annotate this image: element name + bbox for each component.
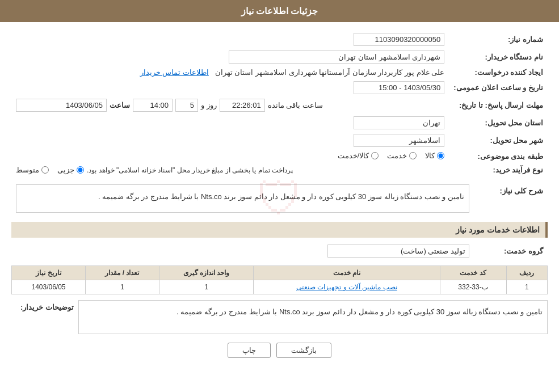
need-description-table: شرح کلی نیاز: تامین و نصب دستگاه زباله س… <box>11 182 548 215</box>
need-description-area: 🛡 شرح کلی نیاز: تامین و نصب دستگاه زباله… <box>11 182 548 216</box>
buyer-description-row: توضیحات خریدار: تامین و نصب دستگاه زباله… <box>11 300 548 334</box>
city-input: اسلامشهر <box>354 134 444 147</box>
purchase-medium-text: متوسط <box>16 166 39 174</box>
deadline-time-label: ساعت <box>110 101 130 109</box>
category-option-khedmat[interactable]: خدمت <box>387 151 417 160</box>
row-date: 1403/06/05 <box>12 280 86 294</box>
need-description-row: شرح کلی نیاز: تامین و نصب دستگاه زباله س… <box>11 182 548 215</box>
print-button[interactable]: چاپ <box>228 343 271 358</box>
category-option-kala-khedmat[interactable]: کالا/خدمت <box>338 151 379 160</box>
need-number-value: 1103090320000050 <box>11 31 449 48</box>
deadline-remaining-label: ساعت باقی مانده <box>268 101 323 109</box>
deadline-days-input: 5 <box>175 99 198 112</box>
services-table-body: 1 ب-33-332 نصب ماشین آلات و تجهیزات صنعت… <box>12 280 548 294</box>
creator-text: علی غلام پور کاربردار سازمان آرامستانها … <box>215 68 445 77</box>
announce-date-value: 1403/05/30 - 15:00 <box>11 79 449 96</box>
buyer-org-label: نام دستگاه خریدار: <box>449 48 548 66</box>
province-value: تهران <box>11 114 449 132</box>
col-count: تعداد / مقدار <box>86 266 159 280</box>
category-options: کالا/خدمت خدمت کالا <box>11 149 449 163</box>
province-input: تهران <box>354 116 444 129</box>
category-radio-khedmat[interactable] <box>409 152 417 159</box>
service-name-link[interactable]: نصب ماشین آلات و تجهیزات صنعتی <box>296 283 397 291</box>
services-table-header: ردیف کد خدمت نام خدمت واحد اندازه گیری ت… <box>12 266 548 280</box>
announce-date-label: تاریخ و ساعت اعلان عمومی: <box>449 79 548 96</box>
buyer-description-box: تامین و نصب دستگاه زباله سوز 30 کیلویی ک… <box>78 300 548 334</box>
back-button[interactable]: بازگشت <box>276 343 331 358</box>
info-table: شماره نیاز: 1103090320000050 نام دستگاه … <box>11 31 548 176</box>
row-service-name: نصب ماشین آلات و تجهیزات صنعتی <box>254 280 440 294</box>
buyer-description-text: تامین و نصب دستگاه زباله سوز 30 کیلویی ک… <box>176 307 543 316</box>
buyer-org-row: نام دستگاه خریدار: شهرداری اسلامشهر استا… <box>11 48 548 66</box>
category-kala-khedmat-text: کالا/خدمت <box>338 151 369 160</box>
col-name: نام خدمت <box>254 266 440 280</box>
service-group-row: گروه خدمت: تولید صنعتی (ساخت) <box>11 242 548 260</box>
table-row: 1 ب-33-332 نصب ماشین آلات و تجهیزات صنعت… <box>12 280 548 294</box>
services-data-table: ردیف کد خدمت نام خدمت واحد اندازه گیری ت… <box>11 265 548 294</box>
category-option-kala[interactable]: کالا <box>425 151 444 160</box>
province-label: استان محل تحویل: <box>449 114 548 132</box>
col-code: کد خدمت <box>440 266 506 280</box>
deadline-days-label: روز و <box>201 101 217 109</box>
service-group-value: تولید صنعتی (ساخت) <box>11 242 474 260</box>
deadline-inline: 1403/06/05 ساعت 14:00 5 روز و 22:26:01 س… <box>16 99 444 112</box>
category-radio-kala-khedmat[interactable] <box>371 152 379 159</box>
buyer-description-label: توضیحات خریدار: <box>11 300 74 311</box>
purchase-type-options: متوسط جزیی پرداخت تمام یا بخشی از مبلغ خ… <box>11 163 449 176</box>
purchase-type-row: نوع فرآیند خرید: متوسط جزیی <box>11 163 548 176</box>
purchase-radio-partial[interactable] <box>77 166 84 174</box>
category-radio-kala[interactable] <box>437 152 444 159</box>
page-title: جزئیات اطلاعات نیاز <box>241 6 318 16</box>
need-number-label: شماره نیاز: <box>449 31 548 48</box>
category-khedmat-text: خدمت <box>387 151 407 160</box>
need-number-row: شماره نیاز: 1103090320000050 <box>11 31 548 48</box>
deadline-label: مهلت ارسال پاسخ: تا تاریخ: <box>449 96 548 114</box>
city-label: شهر محل تحویل: <box>449 132 548 149</box>
creator-contact-link[interactable]: اطلاعات تماس خریدار <box>140 68 209 77</box>
row-number: 1 <box>506 280 548 294</box>
purchase-note-text: پرداخت تمام یا بخشی از مبلغ خریدار محل "… <box>87 166 293 174</box>
service-group-label: گروه خدمت: <box>474 242 548 260</box>
purchase-partial-text: جزیی <box>57 166 74 174</box>
deadline-values: 1403/06/05 ساعت 14:00 5 روز و 22:26:01 س… <box>11 96 449 114</box>
page-header: جزئیات اطلاعات نیاز <box>0 0 559 22</box>
purchase-option-partial[interactable]: جزیی <box>57 166 84 174</box>
deadline-row: مهلت ارسال پاسخ: تا تاریخ: 1403/06/05 سا… <box>11 96 548 114</box>
purchase-type-inline: متوسط جزیی پرداخت تمام یا بخشی از مبلغ خ… <box>16 166 444 174</box>
row-count: 1 <box>86 280 159 294</box>
province-row: استان محل تحویل: تهران <box>11 114 548 132</box>
announce-date-input: 1403/05/30 - 15:00 <box>354 81 444 94</box>
category-kala-text: کالا <box>425 151 435 160</box>
deadline-time-input: 14:00 <box>133 99 173 112</box>
main-content: شماره نیاز: 1103090320000050 نام دستگاه … <box>0 22 559 375</box>
purchase-radio-group: متوسط جزیی <box>16 166 84 174</box>
purchase-type-label: نوع فرآیند خرید: <box>449 163 548 176</box>
services-section-title: اطلاعات خدمات مورد نیاز <box>11 222 548 238</box>
service-group-input: تولید صنعتی (ساخت) <box>327 245 469 258</box>
services-table-header-row: ردیف کد خدمت نام خدمت واحد اندازه گیری ت… <box>12 266 548 280</box>
deadline-date-input: 1403/06/05 <box>16 99 107 112</box>
creator-value: علی غلام پور کاربردار سازمان آرامستانها … <box>11 66 449 79</box>
need-description-text: تامین و نصب دستگاه زباله سوز 30 کیلویی ک… <box>98 192 464 201</box>
service-group-table: گروه خدمت: تولید صنعتی (ساخت) <box>11 242 548 260</box>
row-unit: 1 <box>159 280 253 294</box>
buyer-org-value: شهرداری اسلامشهر استان تهران <box>11 48 449 66</box>
col-row: ردیف <box>506 266 548 280</box>
need-number-input: 1103090320000050 <box>354 33 444 46</box>
city-value: اسلامشهر <box>11 132 449 149</box>
need-description-value: تامین و نصب دستگاه زباله سوز 30 کیلویی ک… <box>11 182 474 215</box>
creator-row: ایجاد کننده درخواست: علی غلام پور کاربرد… <box>11 66 548 79</box>
purchase-radio-medium[interactable] <box>41 166 49 174</box>
purchase-option-medium[interactable]: متوسط <box>16 166 49 174</box>
category-label: طبقه بندی موضوعی: <box>449 149 548 163</box>
buyer-description-content: تامین و نصب دستگاه زباله سوز 30 کیلویی ک… <box>78 300 548 334</box>
deadline-clock-input: 22:26:01 <box>220 99 265 112</box>
announce-date-row: تاریخ و ساعت اعلان عمومی: 1403/05/30 - 1… <box>11 79 548 96</box>
col-unit: واحد اندازه گیری <box>159 266 253 280</box>
creator-label: ایجاد کننده درخواست: <box>449 66 548 79</box>
col-date: تاریخ نیاز <box>12 266 86 280</box>
city-row: شهر محل تحویل: اسلامشهر <box>11 132 548 149</box>
buyer-org-input: شهرداری اسلامشهر استان تهران <box>229 50 444 64</box>
page-wrapper: جزئیات اطلاعات نیاز شماره نیاز: 11030903… <box>0 0 559 392</box>
need-description-box: تامین و نصب دستگاه زباله سوز 30 کیلویی ک… <box>16 184 469 213</box>
